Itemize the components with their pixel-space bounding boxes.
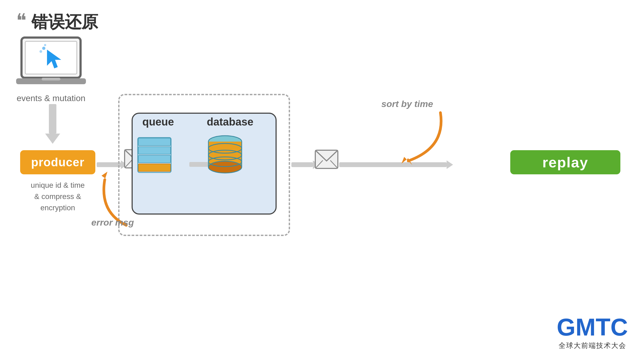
page-title: 错误还原	[31, 11, 98, 33]
replay-label: replay	[542, 154, 588, 171]
svg-point-5	[42, 47, 45, 50]
logo-c: C	[610, 314, 628, 341]
laptop-container: events & mutation	[16, 35, 86, 103]
down-arrow	[45, 104, 60, 144]
logo-t: T	[596, 314, 610, 341]
svg-point-18	[208, 161, 242, 173]
svg-rect-11	[138, 138, 171, 146]
sort-arrow-icon	[354, 105, 457, 174]
quote-mark: ❝	[16, 11, 27, 30]
events-label: events & mutation	[17, 93, 85, 103]
producer-label: producer	[31, 156, 85, 169]
logo-m: M	[576, 314, 596, 341]
svg-point-6	[39, 50, 42, 53]
database-icon	[206, 134, 244, 178]
logo-g: G	[557, 314, 576, 341]
logo-area: GMTC 全球大前端技术大会	[557, 315, 628, 350]
queue-label: queue	[142, 116, 174, 128]
svg-point-7	[44, 44, 46, 46]
database-label: database	[207, 116, 253, 128]
svg-rect-12	[138, 147, 171, 154]
logo-gmtc: GMTC	[557, 315, 628, 339]
svg-rect-3	[42, 78, 60, 80]
replay-box: replay	[510, 150, 620, 174]
laptop-icon	[16, 35, 86, 89]
error-msg-label: error msg	[91, 217, 134, 228]
logo-subtitle: 全球大前端技术大会	[559, 341, 626, 350]
envelope-2	[315, 150, 338, 170]
title-area: ❝ 错误还原	[16, 11, 98, 33]
